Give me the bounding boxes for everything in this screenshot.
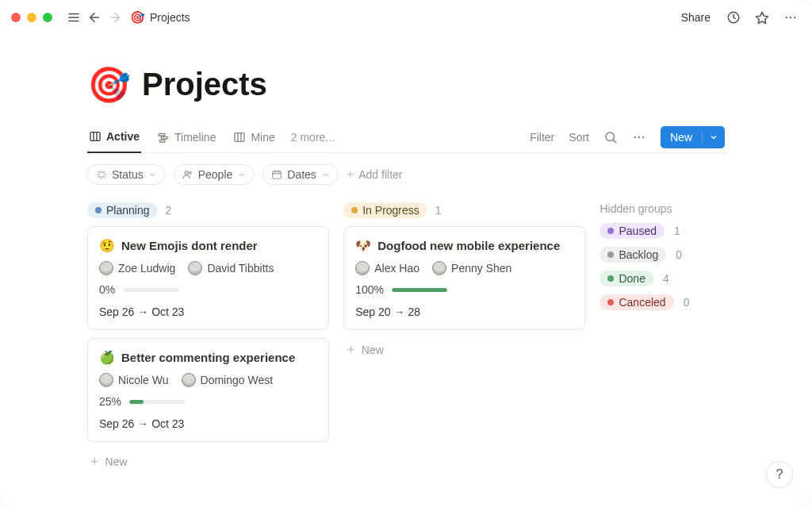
progress-label: 25%: [99, 395, 121, 408]
svg-line-30: [98, 176, 100, 178]
more-views-button[interactable]: 2 more...: [291, 131, 335, 144]
column-count: 1: [435, 204, 442, 217]
status-spinner-icon: [96, 169, 107, 180]
status-dot-icon: [607, 299, 614, 305]
page-title[interactable]: Projects: [142, 67, 267, 102]
card-emoji-icon: 🐶: [355, 238, 371, 253]
svg-line-29: [103, 176, 105, 178]
view-options-icon[interactable]: [632, 130, 646, 144]
breadcrumb-title: Projects: [150, 11, 190, 24]
add-filter-button[interactable]: + Add filter: [347, 167, 403, 182]
favorite-star-icon[interactable]: [752, 7, 772, 28]
svg-rect-13: [159, 133, 165, 136]
hidden-group-row[interactable]: Done4: [599, 271, 725, 286]
svg-point-21: [634, 136, 636, 137]
chevron-down-icon: [237, 171, 246, 179]
column-new-button[interactable]: +New: [87, 450, 329, 474]
sidebar-toggle-icon[interactable]: [63, 7, 84, 28]
filter-chip-status[interactable]: Status: [87, 164, 166, 185]
breadcrumb-emoji-icon: 🎯: [130, 10, 145, 25]
chevron-down-icon: [709, 133, 718, 142]
progress-bar: [392, 288, 447, 292]
status-dot-icon: [607, 275, 614, 282]
status-label: Planning: [106, 204, 150, 217]
tab-timeline[interactable]: Timeline: [155, 121, 217, 152]
card-progress: 0%: [99, 283, 317, 296]
window-zoom-button[interactable]: [43, 13, 52, 22]
card-dates: Sep 26 → Oct 23: [99, 305, 317, 318]
status-label: Backlog: [619, 248, 658, 261]
avatar: [432, 261, 446, 275]
people-icon: [182, 169, 193, 180]
column-new-label: New: [362, 344, 384, 356]
chip-label: Status: [112, 168, 144, 181]
search-icon[interactable]: [603, 130, 618, 144]
column-new-label: New: [105, 455, 128, 468]
filter-chip-dates[interactable]: Dates: [262, 164, 339, 185]
hidden-group-count: 0: [684, 296, 695, 309]
card-people: Alex HaoPenny Shen: [355, 261, 573, 275]
calendar-icon: [271, 169, 282, 180]
avatar: [355, 261, 370, 275]
svg-point-33: [189, 171, 191, 174]
tab-label: Active: [106, 130, 140, 143]
status-pill[interactable]: Planning: [87, 202, 158, 218]
tab-active[interactable]: Active: [87, 122, 141, 153]
tab-mine[interactable]: Mine: [232, 121, 276, 152]
svg-point-7: [786, 17, 787, 18]
timeline-view-icon: [157, 131, 170, 144]
svg-point-8: [790, 17, 791, 18]
column-new-button[interactable]: +New: [343, 338, 585, 362]
status-pill[interactable]: In Progress: [343, 202, 427, 218]
share-button[interactable]: Share: [676, 8, 715, 27]
filter-button[interactable]: Filter: [530, 131, 554, 144]
person: Domingo West: [182, 373, 274, 387]
more-menu-icon[interactable]: [780, 7, 801, 28]
column-count: 2: [166, 204, 172, 217]
status-dot-icon: [607, 228, 614, 234]
card-progress: 25%: [99, 395, 317, 408]
filter-chip-people[interactable]: People: [174, 164, 255, 185]
plus-icon: +: [347, 343, 355, 357]
sort-button[interactable]: Sort: [569, 131, 589, 144]
card-title-row: 🤨New Emojis dont render: [99, 238, 317, 253]
hidden-group-row[interactable]: Backlog0: [599, 247, 725, 263]
hidden-groups-title: Hidden groups: [599, 202, 725, 215]
hidden-group-row[interactable]: Canceled0: [599, 294, 725, 310]
board-column: In Progress1🐶Dogfood new mobile experien…: [343, 202, 585, 362]
help-button[interactable]: ?: [766, 461, 793, 488]
chip-label: Dates: [287, 168, 316, 181]
chip-label: People: [198, 168, 233, 181]
nav-back-icon[interactable]: [84, 7, 105, 28]
board-view-icon: [233, 131, 246, 144]
person-name: Domingo West: [201, 374, 274, 386]
status-label: Paused: [619, 225, 656, 237]
card-progress: 100%: [355, 283, 573, 296]
project-card[interactable]: 🤨New Emojis dont renderZoe LudwigDavid T…: [87, 226, 329, 330]
new-button-dropdown[interactable]: [702, 133, 725, 142]
new-button[interactable]: New: [661, 126, 725, 148]
filter-bar: Status People Dates + Add filter: [87, 164, 725, 185]
nav-forward-icon: [105, 7, 125, 28]
hidden-group-row[interactable]: Paused1: [599, 223, 725, 239]
avatar: [182, 373, 196, 387]
avatar: [188, 261, 202, 275]
hidden-group-count: 4: [663, 272, 674, 285]
breadcrumb[interactable]: 🎯 Projects: [130, 10, 190, 25]
person-name: David Tibbitts: [207, 262, 274, 275]
status-label: Done: [619, 272, 645, 285]
card-title: Dogfood new mobile experience: [377, 239, 560, 252]
new-button-label: New: [661, 131, 702, 144]
project-card[interactable]: 🐶Dogfood new mobile experienceAlex HaoPe…: [343, 226, 585, 330]
page-title-emoji-icon[interactable]: 🎯: [87, 67, 131, 102]
window-minimize-button[interactable]: [27, 13, 36, 22]
chevron-down-icon: [321, 171, 330, 179]
hidden-group-count: 0: [676, 248, 687, 261]
updates-icon[interactable]: [723, 7, 744, 28]
svg-line-20: [613, 140, 615, 142]
add-filter-label: Add filter: [358, 168, 402, 181]
person: Alex Hao: [355, 261, 419, 275]
project-card[interactable]: 🍏Better commenting experienceNicole WuDo…: [87, 338, 329, 442]
window-close-button[interactable]: [11, 13, 21, 22]
svg-rect-16: [235, 133, 244, 141]
